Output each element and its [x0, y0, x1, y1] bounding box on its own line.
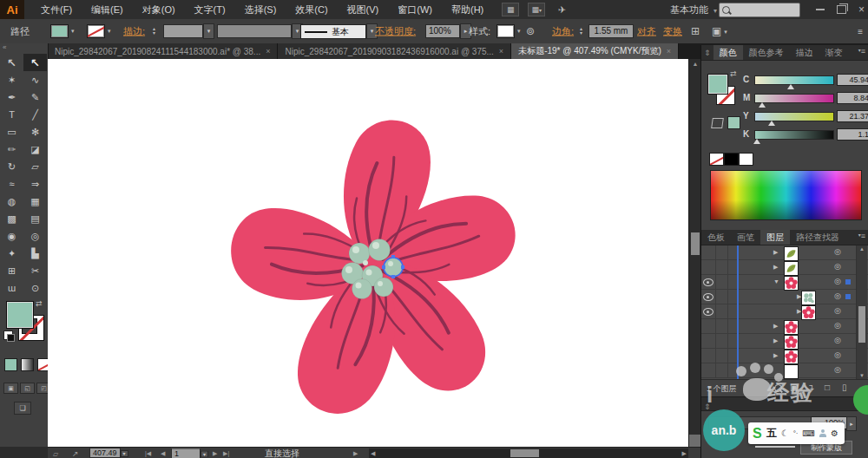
visibility-cell[interactable] — [701, 290, 716, 304]
stroke-color-swatch[interactable]: ▾ — [87, 24, 111, 38]
status-misc-icon[interactable]: ▱ — [53, 449, 58, 457]
next-artboard-icon[interactable]: ▶ — [213, 450, 217, 457]
ime-logo-icon[interactable]: S — [753, 426, 762, 442]
delete-layer-icon[interactable]: ▯ — [842, 383, 847, 392]
width-tool[interactable]: ≈ — [0, 175, 23, 193]
share-icon[interactable]: ✈ — [554, 3, 569, 16]
layer-thumbnail[interactable] — [784, 335, 799, 350]
layers-scrollbar[interactable]: ▲ ▼ — [856, 245, 867, 379]
lasso-tool[interactable]: ∿ — [23, 71, 47, 88]
style-swatch[interactable]: ▾ — [496, 24, 521, 38]
tab-color[interactable]: 颜色 — [713, 45, 743, 60]
blend-tool[interactable]: ◎ — [23, 227, 47, 245]
tab-brushes[interactable]: 画笔 — [731, 230, 760, 245]
document-tab[interactable]: Nipic_29842067_20190824111544183000.ai* … — [48, 43, 278, 59]
layer-row[interactable]: ▼◎ — [701, 275, 868, 290]
target-icon[interactable]: ◎ — [834, 365, 841, 374]
selection-indicator[interactable] — [845, 294, 851, 299]
target-icon[interactable]: ◎ — [834, 277, 841, 285]
app-logo[interactable]: Ai — [0, 0, 24, 19]
shape-builder-tool[interactable]: ◍ — [0, 193, 23, 210]
layer-row[interactable]: ▶◎ — [701, 319, 868, 334]
ime-wubi-icon[interactable]: 五 — [766, 426, 777, 441]
bridge-icon[interactable]: ▦ — [502, 3, 519, 16]
expand-panel-icon[interactable]: ⇕ — [701, 49, 713, 57]
menu-item-edit[interactable]: 编辑(E) — [82, 0, 133, 19]
close-tab-icon[interactable]: × — [266, 47, 270, 56]
width-profile-dropdown[interactable]: ▾ — [217, 23, 303, 39]
swap-fill-stroke-icon[interactable]: ⇄ — [36, 299, 43, 308]
slice-tool[interactable]: ✂ — [23, 262, 47, 279]
user-icon[interactable] — [819, 429, 826, 437]
selection-indicator[interactable] — [845, 279, 851, 285]
visibility-cell[interactable] — [701, 349, 716, 363]
layer-row[interactable]: ▶◎ — [701, 260, 868, 275]
tab-stroke[interactable]: 描边 — [790, 45, 819, 60]
layer-row[interactable]: ▶◎ — [701, 245, 868, 260]
zoom-level-field[interactable]: 407.49▾ — [89, 448, 128, 458]
corner-field[interactable]: 1.55 mm — [589, 24, 634, 38]
expand-arrow-icon[interactable]: ▶ — [773, 249, 778, 256]
snap-options-icon[interactable]: ▣▾ — [712, 25, 727, 37]
color-mode-button[interactable] — [4, 358, 17, 371]
draw-behind-button[interactable]: ◱ — [20, 383, 35, 394]
visibility-cell[interactable] — [701, 363, 716, 377]
search-input[interactable] — [719, 3, 800, 17]
lock-cell[interactable] — [715, 349, 728, 363]
menu-item-select[interactable]: 选择(S) — [235, 0, 286, 19]
document-tab[interactable]: Nipic_29842067_20190903182436916000.ai @… — [278, 43, 511, 59]
opacity-field[interactable]: 100%▸ — [425, 23, 471, 39]
align-art-icon[interactable]: ⊞ — [691, 25, 700, 37]
opacity-link[interactable]: 不透明度: — [375, 25, 416, 38]
tab-layers[interactable]: 图层 — [760, 230, 790, 245]
target-icon[interactable]: ◎ — [834, 262, 841, 271]
layer-thumbnail[interactable] — [784, 276, 799, 291]
menu-item-file[interactable]: 文件(F) — [31, 0, 82, 19]
chevron-right-icon[interactable]: ▸ — [846, 416, 857, 431]
layer-thumbnail[interactable] — [784, 261, 799, 276]
pen-tool[interactable]: ✒ — [0, 88, 23, 106]
stroke-link[interactable]: 描边: — [123, 25, 145, 38]
channel-slider[interactable] — [754, 94, 834, 103]
eraser-tool[interactable]: ◪ — [23, 141, 47, 158]
stroke-weight-field[interactable]: ▾ — [163, 23, 214, 39]
artboard-field[interactable]: 1▾ — [171, 448, 208, 458]
collapse-control-panel-icon[interactable]: ≡ — [858, 27, 863, 36]
layer-row[interactable]: ▶◎ — [701, 290, 868, 304]
prev-artboard-icon[interactable]: ◀ — [161, 450, 165, 457]
scrollbar-thumb[interactable] — [691, 232, 700, 255]
channel-value[interactable]: 45.94 — [837, 74, 868, 86]
perspective-grid-tool[interactable]: ▦ — [23, 193, 47, 210]
slider-knob[interactable] — [768, 121, 775, 126]
menu-item-view[interactable]: 视图(V) — [338, 0, 389, 19]
in-gamut-swatch[interactable] — [727, 116, 740, 129]
rotate-tool[interactable]: ↻ — [0, 158, 23, 175]
default-fill-stroke-icon[interactable] — [3, 330, 13, 340]
lock-cell[interactable] — [715, 290, 728, 304]
lock-cell[interactable] — [715, 304, 728, 318]
align-link[interactable]: 对齐 — [637, 25, 656, 38]
menu-item-help[interactable]: 帮助(H) — [442, 0, 493, 19]
black-swatch[interactable] — [724, 153, 739, 166]
selection-tool[interactable]: ↖ — [0, 54, 23, 71]
swap-colors-icon[interactable]: ⇄ — [730, 69, 737, 78]
direct-selection-tool[interactable]: ↖ — [23, 54, 47, 71]
new-layer-icon[interactable]: □ — [825, 383, 830, 392]
menu-item-type[interactable]: 文字(T) — [185, 0, 235, 19]
scroll-up-icon[interactable]: ▲ — [689, 59, 701, 69]
channel-value[interactable]: 1.1 — [837, 128, 868, 141]
tab-color-guide[interactable]: 颜色参考 — [743, 45, 790, 60]
target-icon[interactable]: ◎ — [834, 291, 841, 300]
moon-icon[interactable]: ☾ — [781, 429, 789, 438]
lock-cell[interactable] — [715, 319, 728, 333]
visibility-cell[interactable] — [701, 260, 716, 274]
target-icon[interactable]: ◎ — [834, 336, 841, 344]
symbol-sprayer-tool[interactable]: ✦ — [0, 245, 23, 262]
scroll-down-icon[interactable]: ▼ — [857, 373, 867, 378]
brush-definition-dropdown[interactable]: 基本▾ — [300, 23, 378, 39]
layer-thumbnail[interactable] — [784, 350, 799, 364]
screen-mode-button[interactable]: ❏ — [14, 402, 31, 415]
eyedropper-tool[interactable]: ◉ — [0, 227, 23, 245]
menu-item-effect[interactable]: 效果(C) — [286, 0, 337, 19]
stroke-weight-stepper[interactable]: ▴▾ — [153, 27, 155, 36]
